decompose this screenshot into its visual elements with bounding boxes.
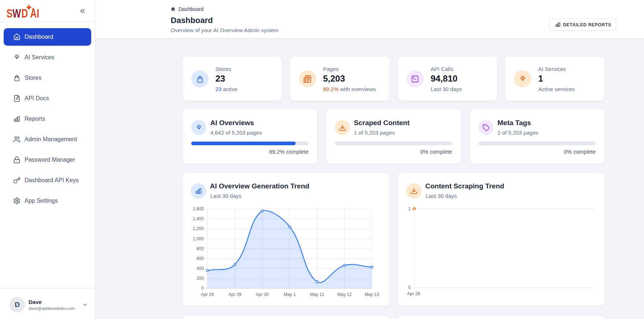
svg-text:1,200: 1,200 (193, 226, 204, 231)
svg-text:800: 800 (196, 246, 204, 251)
svg-text:0: 0 (201, 286, 204, 291)
svg-text:1,000: 1,000 (193, 236, 204, 241)
svg-text:D: D (21, 6, 28, 20)
svg-text:1,400: 1,400 (193, 216, 204, 221)
svg-text:600: 600 (196, 256, 204, 261)
svg-text:May 13: May 13 (365, 292, 380, 297)
svg-text:400: 400 (196, 266, 204, 271)
svg-text:May 1: May 1 (284, 292, 296, 297)
svg-text:Apr 29: Apr 29 (228, 292, 241, 297)
svg-text:AI: AI (30, 6, 39, 20)
svg-text:W: W (12, 6, 21, 20)
svg-text:May 11: May 11 (310, 292, 324, 297)
svg-text:1: 1 (408, 206, 411, 211)
svg-text:May 12: May 12 (337, 292, 352, 297)
svg-text:S: S (7, 6, 12, 20)
svg-text:0: 0 (408, 285, 411, 290)
svg-text:Apr 28: Apr 28 (407, 291, 420, 296)
svg-text:Apr 28: Apr 28 (201, 292, 214, 297)
svg-text:200: 200 (196, 276, 204, 281)
svg-text:1,600: 1,600 (193, 206, 204, 211)
svg-text:Apr 30: Apr 30 (256, 292, 269, 297)
